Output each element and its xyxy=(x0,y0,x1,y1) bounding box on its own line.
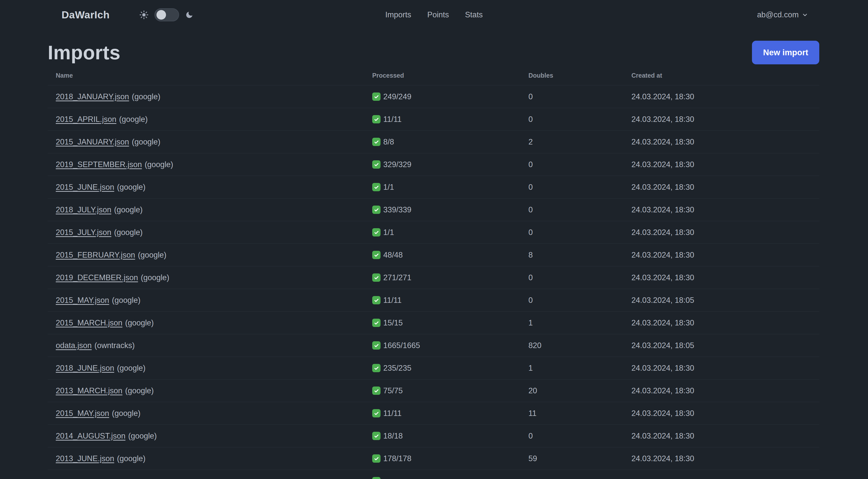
import-source-label: (google) xyxy=(119,115,148,124)
created-at: 24.03.2024, 18:30 xyxy=(631,199,819,221)
import-source-label: (google) xyxy=(114,228,143,237)
app-logo[interactable]: DaWarIch xyxy=(62,9,110,21)
doubles-count: 0 xyxy=(528,221,631,244)
table-row: 2015_MAY.json(google) 11/11 0 24.03.2024… xyxy=(48,289,819,311)
import-source-label: (google) xyxy=(132,138,160,146)
table-row: 2019_SEPTEMBER.json(google) 329/329 0 24… xyxy=(48,153,819,176)
import-file-link[interactable]: 2015_JUNE.json xyxy=(56,183,114,191)
imports-table: Name Processed Doubles Created at 2018_J… xyxy=(48,72,819,479)
created-at: 24.03.2024, 18:30 xyxy=(631,425,819,447)
import-file-link[interactable]: 2015_FEBRUARY.json xyxy=(56,250,135,259)
import-file-link[interactable]: 2014_AUGUST.json xyxy=(56,431,125,440)
table-row: 2018_JUNE.json(google) 235/235 1 24.03.2… xyxy=(48,357,819,380)
processed-count: 178/178 xyxy=(383,454,411,463)
success-check-icon xyxy=(372,409,380,417)
success-check-icon xyxy=(372,477,380,479)
processed-count: 75/75 xyxy=(383,386,403,395)
processed-count: 1/1 xyxy=(383,183,394,192)
import-file-link[interactable]: 2015_JULY.json xyxy=(56,228,111,237)
import-file-link[interactable]: 2013_MARCH.json xyxy=(56,386,122,395)
doubles-count: 20 xyxy=(528,380,631,402)
created-at: 24.03.2024, 18:30 xyxy=(631,176,819,199)
import-file-link[interactable]: 2015_MAY.json xyxy=(56,409,109,418)
import-source-label: (google) xyxy=(138,250,166,259)
table-row: 2015_JULY.json(google) 1/1 0 24.03.2024,… xyxy=(48,221,819,244)
created-at: 24.03.2024, 18:30 xyxy=(631,153,819,176)
created-at: 24.03.2024, 18:30 xyxy=(631,357,819,380)
created-at: 24.03.2024, 18:05 xyxy=(631,289,819,311)
table-row: 2018_JULY.json(google) 339/339 0 24.03.2… xyxy=(48,199,819,221)
nav-link-imports[interactable]: Imports xyxy=(377,6,419,23)
column-header-created-at: Created at xyxy=(631,72,819,85)
import-file-link[interactable]: 2015_MARCH.json xyxy=(56,319,122,327)
page-header: Imports New import xyxy=(48,41,819,64)
created-at: 24.03.2024, 18:05 xyxy=(631,334,819,357)
import-source-label: (google) xyxy=(141,273,169,282)
success-check-icon xyxy=(372,160,380,169)
doubles-count xyxy=(528,470,631,479)
table-row: odata.json(owntracks) 1665/1665 820 24.0… xyxy=(48,334,819,357)
doubles-count: 0 xyxy=(528,108,631,131)
import-file-link[interactable]: 2013_JUNE.json xyxy=(56,454,114,463)
doubles-count: 0 xyxy=(528,199,631,221)
success-check-icon xyxy=(372,138,380,146)
import-file-link[interactable]: 2015_JANUARY.json xyxy=(56,138,129,146)
import-source-label: (google) xyxy=(145,160,173,169)
processed-count: 1665/1665 xyxy=(383,341,420,350)
table-row: 2019_DECEMBER.json(google) 271/271 0 24.… xyxy=(48,266,819,289)
navbar: DaWarIch Imports Points Stats ab@cd.com xyxy=(0,0,868,30)
created-at xyxy=(631,470,819,479)
import-file-link[interactable]: 2018_JANUARY.json xyxy=(56,92,129,101)
created-at: 24.03.2024, 18:30 xyxy=(631,266,819,289)
new-import-button[interactable]: New import xyxy=(752,41,819,64)
import-file-link[interactable]: 2015_MAY.json xyxy=(56,296,109,305)
processed-count: 1/1 xyxy=(383,228,394,237)
processed-count: 15/15 xyxy=(383,319,403,327)
success-check-icon xyxy=(372,273,380,282)
processed-count: 339/339 xyxy=(383,205,411,214)
processed-count: 329/329 xyxy=(383,160,411,169)
import-file-link[interactable]: 2018_JULY.json xyxy=(56,205,111,214)
import-file-link[interactable]: odata.json xyxy=(56,341,92,350)
doubles-count: 2 xyxy=(528,131,631,153)
import-file-link[interactable]: 2019_DECEMBER.json xyxy=(56,273,138,282)
processed-count: 48/48 xyxy=(383,250,403,260)
doubles-count: 0 xyxy=(528,153,631,176)
created-at: 24.03.2024, 18:30 xyxy=(631,108,819,131)
user-menu[interactable]: ab@cd.com xyxy=(757,10,808,19)
processed-count: 11/11 xyxy=(383,296,402,305)
created-at: 24.03.2024, 18:30 xyxy=(631,131,819,153)
import-source-label: (google) xyxy=(125,319,154,327)
table-row: 2015_JANUARY.json(google) 8/8 2 24.03.20… xyxy=(48,131,819,153)
import-source-label: (owntracks) xyxy=(94,341,135,350)
success-check-icon xyxy=(372,92,380,101)
success-check-icon xyxy=(372,432,380,440)
import-file-link[interactable]: 2019_SEPTEMBER.json xyxy=(56,160,142,169)
moon-icon xyxy=(185,10,194,19)
doubles-count: 1 xyxy=(528,311,631,334)
table-row-clipped xyxy=(48,470,819,479)
imports-table-body: 2018_JANUARY.json(google) 249/249 0 24.0… xyxy=(48,85,819,479)
processed-count: 235/235 xyxy=(383,364,411,373)
doubles-count: 0 xyxy=(528,266,631,289)
page-title: Imports xyxy=(48,43,121,62)
success-check-icon xyxy=(372,341,380,350)
table-row: 2013_MARCH.json(google) 75/75 20 24.03.2… xyxy=(48,380,819,402)
import-source-label: (google) xyxy=(128,431,157,440)
doubles-count: 820 xyxy=(528,334,631,357)
created-at: 24.03.2024, 18:30 xyxy=(631,221,819,244)
import-source-label: (google) xyxy=(112,409,141,418)
doubles-count: 0 xyxy=(528,425,631,447)
table-row: 2018_JANUARY.json(google) 249/249 0 24.0… xyxy=(48,85,819,108)
success-check-icon xyxy=(372,296,380,304)
nav-link-points[interactable]: Points xyxy=(419,6,457,23)
theme-toggle-switch[interactable] xyxy=(154,8,179,21)
nav-link-stats[interactable]: Stats xyxy=(457,6,491,23)
import-file-link[interactable]: 2018_JUNE.json xyxy=(56,364,114,372)
success-check-icon xyxy=(372,364,380,372)
processed-count: 18/18 xyxy=(383,431,403,441)
table-header: Name Processed Doubles Created at xyxy=(48,72,819,85)
imports-page: Imports New import Name Processed Double… xyxy=(0,41,868,479)
created-at: 24.03.2024, 18:30 xyxy=(631,402,819,425)
import-file-link[interactable]: 2015_APRIL.json xyxy=(56,115,116,124)
